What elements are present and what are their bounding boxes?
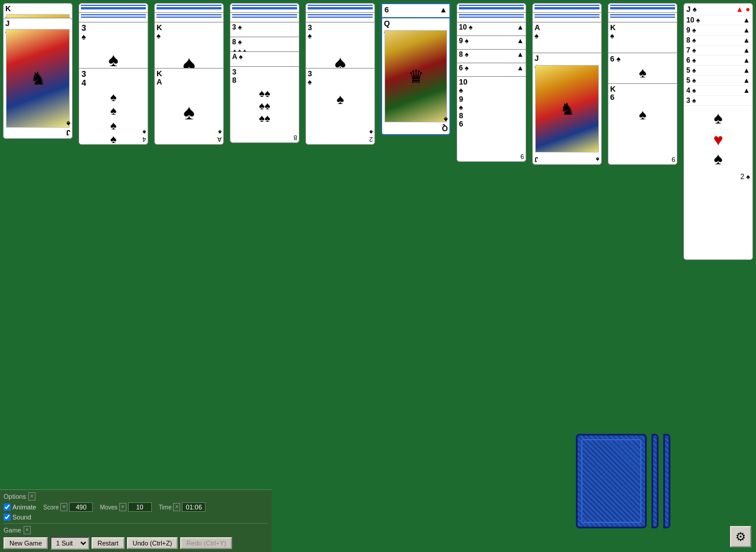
card-4-spade-1[interactable]: 34 ♠♠ ♠♠ 4♠ (79, 68, 148, 145)
animate-label: Animate (12, 504, 36, 511)
options-header: Options × (4, 492, 268, 501)
score-close[interactable]: × (60, 503, 67, 511)
options-close[interactable]: × (28, 492, 35, 501)
game-buttons: New Game 1 Suit 2 Suits 4 Suits Restart … (4, 537, 268, 550)
moves-close[interactable]: × (119, 503, 126, 511)
time-label: Time (159, 504, 172, 511)
card-A-spade-2[interactable]: KA ♠ A♠ (154, 68, 224, 145)
moves-stat: Moves × 10 (100, 502, 151, 512)
stock-card-1[interactable] (576, 434, 647, 528)
card-A-spade-3[interactable]: A ♠ (230, 51, 299, 68)
game-label: Game (4, 527, 21, 534)
new-game-button[interactable]: New Game (4, 537, 48, 549)
undo-button[interactable]: Undo (Ctrl+Z) (127, 537, 178, 549)
time-close[interactable]: × (173, 503, 180, 511)
animate-checkbox[interactable] (4, 504, 11, 511)
stock-card-3[interactable] (663, 434, 670, 528)
options-label: Options (4, 493, 26, 500)
control-panel: Options × Animate Score × 490 Moves × 10 (0, 489, 272, 552)
card-3-spade-3[interactable]: 3 ♠ (230, 22, 299, 38)
card-J-spade-7[interactable]: J♠ ♞ J ♠ (532, 53, 602, 165)
game-area: K♠ ♚ K♠ J♠ ♞ J♠ 3♠ ♠ 34 ♠♠ ♠♠ 4♠ (0, 0, 756, 552)
sound-row: Sound (4, 514, 268, 521)
options-row: Animate Score × 490 Moves × 10 Time × 01… (4, 502, 268, 512)
game-close[interactable]: × (24, 526, 31, 534)
time-value: 01:06 (182, 502, 206, 512)
options-section: Options × Animate Score × 490 Moves × 10 (4, 492, 268, 521)
game-section: Game × New Game 1 Suit 2 Suits 4 Suits R… (4, 523, 268, 550)
settings-button[interactable]: ⚙ (730, 526, 751, 547)
moves-label: Moves (100, 504, 117, 511)
suit-selector[interactable]: 1 Suit 2 Suits 4 Suits (50, 537, 89, 550)
gear-icon: ⚙ (735, 530, 746, 544)
card-8-spade-3b[interactable]: 38 ♠♠♠♠♠♠ 8 (230, 66, 299, 143)
sound-label: Sound (12, 514, 31, 521)
stock-pile[interactable] (576, 434, 670, 528)
animate-option[interactable]: Animate (4, 502, 36, 512)
card-Q-spade-5[interactable]: Q♠ ♛ Q♠ (381, 17, 451, 135)
card-9-spade-6b[interactable]: 10♠9♠86 9 (457, 76, 526, 162)
score-value: 490 (69, 502, 93, 512)
column-9-pile[interactable]: J ♠ ▲ ● 10 ♠▲ 9 ♠▲ 8 ♠▲ 7 ♠▲ 6 ♠▲ 5 ♠▲ 5… (683, 3, 753, 260)
card-8-spade-3a[interactable]: 8 ♠ ♠♠♠ (230, 37, 299, 53)
card-J-spade-0[interactable]: J♠ ♞ J♠ (3, 18, 73, 139)
card-9-spade-8[interactable]: K6 ♠ 9 (608, 83, 677, 165)
restart-button[interactable]: Restart (92, 537, 124, 549)
sound-option[interactable]: Sound (4, 514, 31, 521)
card-K-spade-8[interactable]: K♠ (608, 22, 677, 54)
game-header: Game × (4, 526, 268, 534)
card-A-spade-7[interactable]: A♠ (532, 22, 602, 54)
sound-checkbox[interactable] (4, 514, 11, 521)
redo-button[interactable]: Redo (Ctrl+Y) (180, 537, 232, 549)
card-6-spade-8[interactable]: 6 ♠ ♠ (608, 53, 677, 85)
score-label: Score (43, 504, 58, 511)
time-stat: Time × 01:06 (159, 502, 206, 512)
score-stat: Score × 490 (43, 502, 93, 512)
card-2-spade-4[interactable]: 3♠ ♠ 2♠ (305, 68, 375, 145)
moves-value: 10 (128, 502, 152, 512)
stock-card-2[interactable] (651, 434, 659, 528)
